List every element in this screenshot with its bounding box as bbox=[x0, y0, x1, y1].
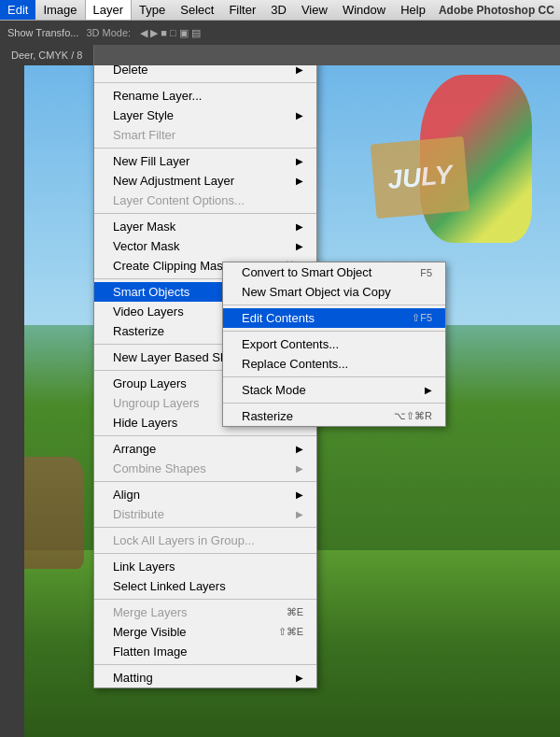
left-tool-panel bbox=[0, 65, 24, 737]
arrow-matting: ▶ bbox=[296, 673, 303, 683]
menu-separator-34 bbox=[94, 553, 316, 554]
menu-separator-12 bbox=[94, 213, 316, 214]
menu-separator-32 bbox=[94, 527, 316, 528]
ps-header: Edit Image Layer Type Select Filter 3D V… bbox=[0, 0, 560, 21]
menu-image[interactable]: Image bbox=[35, 0, 84, 20]
menu-item-label-merge_visible: Merge Visible bbox=[113, 625, 278, 639]
submenu-item-edit_contents[interactable]: Edit Contents⇧F5 bbox=[223, 308, 445, 328]
menu-item-label-align: Align bbox=[113, 488, 292, 502]
menu-item-merge_visible[interactable]: Merge Visible⇧⌘E bbox=[94, 622, 316, 642]
menu-item-label-arrange: Arrange bbox=[113, 442, 292, 456]
menu-item-label-lock_all: Lock All Layers in Group... bbox=[113, 533, 303, 547]
submenu-separator-7 bbox=[223, 376, 445, 377]
menu-separator-26 bbox=[94, 435, 316, 436]
menu-item-distribute: Distribute▶ bbox=[94, 504, 316, 524]
menu-help[interactable]: Help bbox=[393, 0, 433, 20]
menu-item-label-flatten: Flatten Image bbox=[113, 645, 303, 659]
menu-edit[interactable]: Edit bbox=[0, 0, 35, 20]
menu-item-label-layer_content: Layer Content Options... bbox=[113, 193, 303, 207]
menu-item-label-combine_shapes: Combine Shapes bbox=[113, 461, 292, 475]
tab-row: Deer, CMYK / 8 bbox=[0, 45, 560, 65]
menu-separator-41 bbox=[94, 664, 316, 665]
menu-item-label-distribute: Distribute bbox=[113, 507, 292, 521]
menu-item-label-rename: Rename Layer... bbox=[113, 89, 303, 103]
shortcut-merge_layers: ⌘E bbox=[287, 606, 303, 618]
menu-item-label-vector_mask: Vector Mask bbox=[113, 239, 292, 253]
menu-item-label-layer_style: Layer Style bbox=[113, 108, 292, 122]
menu-separator-37 bbox=[94, 599, 316, 600]
app-wrapper: Edit Image Layer Type Select Filter 3D V… bbox=[0, 0, 560, 737]
menu-item-label-select_linked: Select Linked Layers bbox=[113, 579, 303, 593]
arrow-arrange: ▶ bbox=[296, 444, 303, 454]
arrow-delete: ▶ bbox=[296, 64, 303, 75]
menu-item-vector_mask[interactable]: Vector Mask▶ bbox=[94, 236, 316, 256]
arrow-distribute: ▶ bbox=[296, 509, 303, 519]
menu-item-layer_mask[interactable]: Layer Mask▶ bbox=[94, 217, 316, 236]
menu-item-new_adjustment[interactable]: New Adjustment Layer▶ bbox=[94, 171, 316, 191]
app-title: Adobe Photoshop CC bbox=[433, 4, 560, 17]
menu-item-arrange[interactable]: Arrange▶ bbox=[94, 439, 316, 459]
menu-item-select_linked[interactable]: Select Linked Layers bbox=[94, 576, 316, 596]
menu-item-label-merge_layers: Merge Layers bbox=[113, 605, 287, 619]
submenu-label-stack_mode: Stack Mode bbox=[242, 383, 421, 397]
submenu-item-new_via_copy[interactable]: New Smart Object via Copy bbox=[223, 282, 445, 302]
submenu-label-edit_contents: Edit Contents bbox=[242, 311, 412, 325]
arrow-layer_style: ▶ bbox=[296, 110, 303, 120]
toolbar-icons: ◀ ▶ ■ □ ▣ ▤ bbox=[140, 27, 201, 39]
submenu-item-stack_mode[interactable]: Stack Mode▶ bbox=[223, 380, 445, 400]
menu-item-matting[interactable]: Matting▶ bbox=[94, 668, 316, 687]
submenu-shortcut-convert: F5 bbox=[420, 267, 432, 278]
submenu-label-new_via_copy: New Smart Object via Copy bbox=[242, 285, 432, 299]
menu-item-label-matting: Matting bbox=[113, 671, 292, 685]
shortcut-merge_visible: ⇧⌘E bbox=[278, 626, 303, 638]
menu-item-label-link_layers: Link Layers bbox=[113, 560, 303, 574]
submenu-label-replace: Replace Contents... bbox=[242, 357, 432, 371]
submenu-separator-9 bbox=[223, 403, 445, 404]
submenu-shortcut-rasterize: ⌥⇧⌘R bbox=[394, 410, 432, 422]
menu-separator-8 bbox=[94, 148, 316, 149]
menu-item-smart_filter: Smart Filter bbox=[94, 125, 316, 145]
menu-3d[interactable]: 3D bbox=[263, 0, 294, 20]
submenu-arrow-stack_mode: ▶ bbox=[425, 385, 432, 395]
menu-view[interactable]: View bbox=[294, 0, 335, 20]
arrow-new_fill: ▶ bbox=[296, 156, 303, 166]
menu-select[interactable]: Select bbox=[173, 0, 221, 20]
menu-separator-4 bbox=[94, 82, 316, 83]
submenu-item-convert[interactable]: Convert to Smart ObjectF5 bbox=[223, 262, 445, 282]
document-tab[interactable]: Deer, CMYK / 8 bbox=[0, 45, 94, 65]
show-transform-label: Show Transfo... bbox=[7, 27, 78, 38]
submenu-label-export: Export Contents... bbox=[242, 337, 432, 351]
submenu-item-replace[interactable]: Replace Contents... bbox=[223, 354, 445, 374]
menu-item-align[interactable]: Align▶ bbox=[94, 485, 316, 504]
menu-item-merge_layers: Merge Layers⌘E bbox=[94, 602, 316, 622]
submenu-item-rasterize[interactable]: Rasterize⌥⇧⌘R bbox=[223, 406, 445, 426]
arrow-new_adjustment: ▶ bbox=[296, 176, 303, 186]
smart-objects-submenu: Convert to Smart ObjectF5New Smart Objec… bbox=[222, 262, 446, 427]
menu-item-new_fill[interactable]: New Fill Layer▶ bbox=[94, 151, 316, 171]
menu-filter[interactable]: Filter bbox=[221, 0, 263, 20]
menu-item-layer_style[interactable]: Layer Style▶ bbox=[94, 106, 316, 125]
menu-item-layer_content: Layer Content Options... bbox=[94, 191, 316, 210]
menu-item-label-smart_filter: Smart Filter bbox=[113, 128, 303, 142]
submenu-label-rasterize: Rasterize bbox=[242, 409, 394, 423]
arrow-layer_mask: ▶ bbox=[296, 221, 303, 232]
menu-separator-29 bbox=[94, 481, 316, 482]
menu-item-combine_shapes: Combine Shapes▶ bbox=[94, 459, 316, 478]
arrow-vector_mask: ▶ bbox=[296, 241, 303, 251]
submenu-item-export[interactable]: Export Contents... bbox=[223, 334, 445, 354]
menu-item-link_layers[interactable]: Link Layers bbox=[94, 557, 316, 576]
mode-label: 3D Mode: bbox=[86, 27, 131, 38]
menu-window[interactable]: Window bbox=[335, 0, 393, 20]
submenu-separator-2 bbox=[223, 305, 445, 305]
submenu-label-convert: Convert to Smart Object bbox=[242, 265, 420, 279]
menu-type[interactable]: Type bbox=[132, 0, 173, 20]
submenu-shortcut-edit_contents: ⇧F5 bbox=[412, 312, 432, 324]
menu-item-label-new_adjustment: New Adjustment Layer bbox=[113, 174, 292, 188]
menu-item-rename[interactable]: Rename Layer... bbox=[94, 86, 316, 106]
menu-item-label-layer_mask: Layer Mask bbox=[113, 220, 292, 234]
menu-item-label-new_fill: New Fill Layer bbox=[113, 154, 292, 168]
menu-layer[interactable]: Layer bbox=[85, 0, 133, 20]
arrow-combine_shapes: ▶ bbox=[296, 463, 303, 474]
submenu-separator-4 bbox=[223, 331, 445, 332]
menu-item-flatten[interactable]: Flatten Image bbox=[94, 642, 316, 661]
